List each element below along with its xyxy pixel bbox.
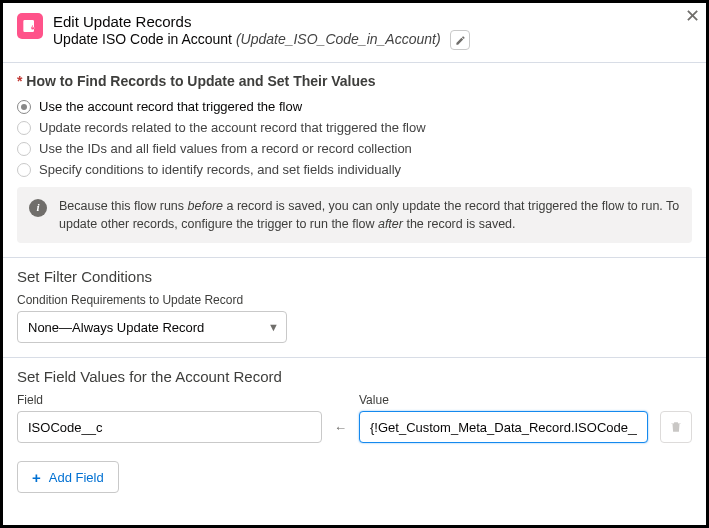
add-field-button[interactable]: + Add Field — [17, 461, 119, 493]
dialog-title: Edit Update Records — [53, 13, 692, 30]
edit-label-button[interactable] — [450, 30, 470, 50]
condition-requirements-label: Condition Requirements to Update Record — [17, 293, 692, 307]
update-records-icon — [17, 13, 43, 39]
value-column-label: Value — [359, 393, 648, 407]
radio-icon — [17, 163, 31, 177]
radio-icon — [17, 100, 31, 114]
value-input[interactable] — [359, 411, 648, 443]
field-values-title: Set Field Values for the Account Record — [17, 368, 692, 385]
close-button[interactable]: ✕ — [685, 7, 700, 25]
info-callout: i Because this flow runs before a record… — [17, 187, 692, 243]
radio-option-ids-and-fields[interactable]: Use the IDs and all field values from a … — [17, 141, 692, 156]
info-text: Because this flow runs before a record i… — [59, 197, 680, 233]
delete-row-button[interactable] — [660, 411, 692, 443]
radio-label: Use the account record that triggered th… — [39, 99, 302, 114]
radio-option-triggering-record[interactable]: Use the account record that triggered th… — [17, 99, 692, 114]
assignment-arrow-icon: ← — [334, 411, 347, 443]
field-column-label: Field — [17, 393, 322, 407]
radio-label: Specify conditions to identify records, … — [39, 162, 401, 177]
radio-icon — [17, 121, 31, 135]
condition-requirements-combobox[interactable]: ▼ — [17, 311, 287, 343]
element-label: Update ISO Code in Account — [53, 31, 232, 47]
radio-label: Update records related to the account re… — [39, 120, 426, 135]
find-records-title: How to Find Records to Update and Set Th… — [17, 73, 692, 89]
pencil-icon — [455, 35, 466, 46]
trash-icon — [669, 420, 683, 434]
condition-requirements-input[interactable] — [17, 311, 287, 343]
radio-option-specify-conditions[interactable]: Specify conditions to identify records, … — [17, 162, 692, 177]
radio-option-related-records[interactable]: Update records related to the account re… — [17, 120, 692, 135]
field-values-section: Set Field Values for the Account Record … — [3, 358, 706, 507]
element-api-name: (Update_ISO_Code_in_Account) — [236, 31, 441, 47]
filter-conditions-section: Set Filter Conditions Condition Requirem… — [3, 258, 706, 357]
plus-icon: + — [32, 469, 41, 486]
dialog-subtitle: Update ISO Code in Account (Update_ISO_C… — [53, 30, 692, 50]
field-picker[interactable] — [17, 411, 322, 443]
radio-icon — [17, 142, 31, 156]
find-records-section: How to Find Records to Update and Set Th… — [3, 63, 706, 257]
field-input[interactable] — [17, 411, 322, 443]
add-field-label: Add Field — [49, 470, 104, 485]
dialog-header: Edit Update Records Update ISO Code in A… — [3, 3, 706, 63]
filter-conditions-title: Set Filter Conditions — [17, 268, 692, 285]
info-icon: i — [29, 199, 47, 217]
radio-label: Use the IDs and all field values from a … — [39, 141, 412, 156]
